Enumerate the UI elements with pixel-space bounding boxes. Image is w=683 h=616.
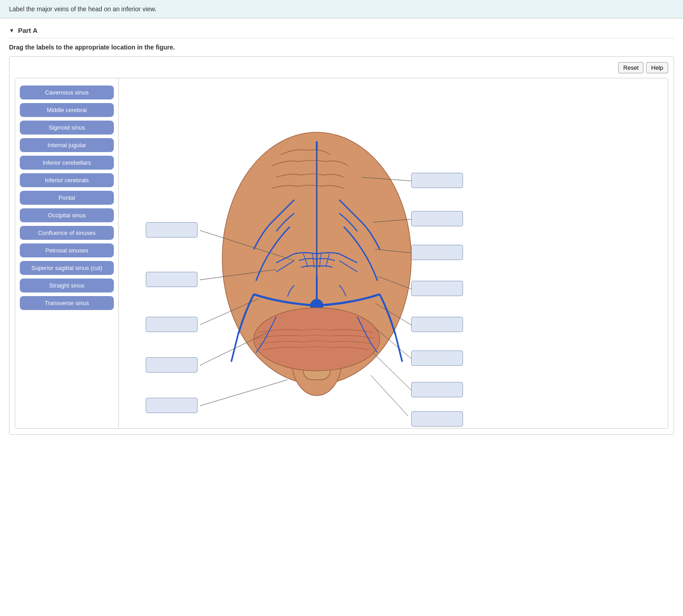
drop-box-right-6[interactable] [411, 351, 463, 366]
drag-label-cavernous-sinus[interactable]: Cavernous sinus [20, 85, 114, 99]
drop-box-right-1[interactable] [411, 173, 463, 188]
drag-label-pontal[interactable]: Pontal [20, 191, 114, 205]
top-banner: Label the major veins of the head on an … [0, 0, 683, 18]
drag-label-inferior-cerebrals[interactable]: Inferior cerebrals [20, 173, 114, 187]
drop-box-left-1[interactable] [146, 222, 198, 238]
drag-label-internal-jugular[interactable]: Internal jugular [20, 138, 114, 152]
drag-label-confluence-of-sinuses[interactable]: Confluence of sinuses [20, 226, 114, 240]
labels-panel: Cavernous sinusMiddle cerebralSigmoid si… [15, 78, 119, 428]
drop-box-left-2[interactable] [146, 272, 198, 287]
drop-box-left-5[interactable] [146, 398, 198, 413]
drag-label-middle-cerebral[interactable]: Middle cerebral [20, 103, 114, 117]
part-title: Part A [18, 27, 38, 34]
drop-box-right-7[interactable] [411, 382, 463, 397]
figure-area [119, 78, 668, 428]
collapse-arrow-icon[interactable]: ▼ [9, 27, 14, 34]
drag-label-superior-sagittal-sinus[interactable]: Superior sagittal sinus (cut) [20, 261, 114, 275]
toolbar: Reset Help [15, 62, 668, 73]
drag-instruction: Drag the labels to the appropriate locat… [9, 44, 674, 51]
banner-text: Label the major veins of the head on an … [9, 5, 157, 13]
drop-box-right-5[interactable] [411, 317, 463, 332]
drop-box-right-3[interactable] [411, 245, 463, 260]
part-section: ▼ Part A Drag the labels to the appropri… [0, 18, 683, 439]
main-area: Cavernous sinusMiddle cerebralSigmoid si… [15, 78, 668, 429]
help-button[interactable]: Help [646, 62, 668, 73]
svg-point-6 [254, 308, 380, 371]
reset-button[interactable]: Reset [618, 62, 643, 73]
drop-box-right-2[interactable] [411, 211, 463, 226]
brain-image-wrapper [123, 83, 492, 416]
drag-label-petrosal-sinuses[interactable]: Petrosal sinuses [20, 243, 114, 257]
drop-box-right-8[interactable] [411, 411, 463, 427]
drag-label-inferior-cerebellars[interactable]: Inferior cerebellars [20, 156, 114, 170]
drag-label-straight-sinus[interactable]: Straight sinus [20, 279, 114, 292]
drag-label-occipital-sinus[interactable]: Occipital sinus [20, 208, 114, 222]
drag-label-sigmoid-sinus[interactable]: Sigmoid sinus [20, 121, 114, 135]
drop-box-right-4[interactable] [411, 281, 463, 296]
drop-box-left-3[interactable] [146, 317, 198, 332]
drag-label-transverse-sinus[interactable]: Transverse sinus [20, 296, 114, 310]
drop-box-left-4[interactable] [146, 357, 198, 373]
exercise-container: Reset Help Cavernous sinusMiddle cerebra… [9, 56, 674, 435]
part-header: ▼ Part A [9, 23, 674, 38]
